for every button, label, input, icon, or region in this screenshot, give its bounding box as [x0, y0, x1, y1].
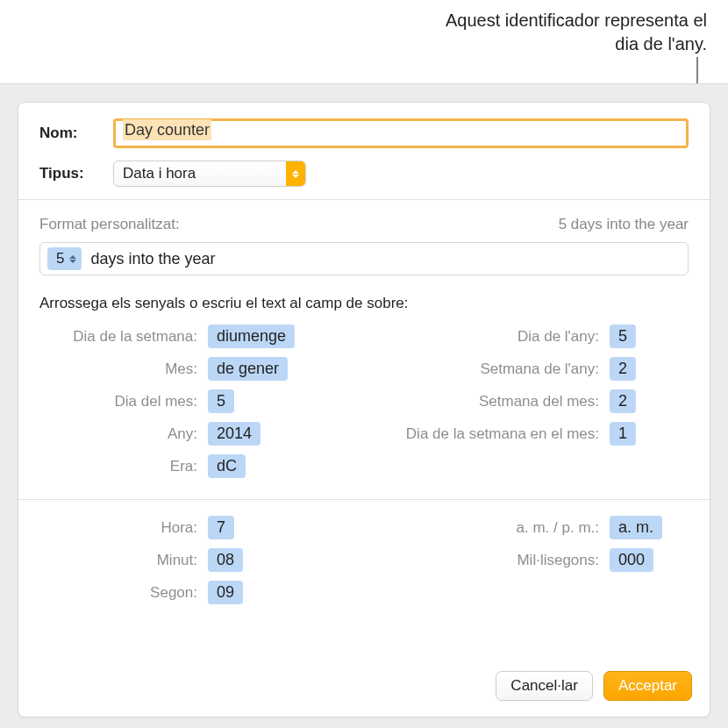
- draggable-token[interactable]: 2: [610, 389, 636, 413]
- name-input[interactable]: Day counter: [113, 118, 689, 148]
- draggable-token[interactable]: 09: [208, 581, 243, 604]
- draggable-token[interactable]: 000: [610, 548, 653, 572]
- callout-text: Aquest identificador representa el dia d…: [418, 9, 707, 56]
- token-row: Mes:de gener: [39, 357, 359, 381]
- chevron-updown-icon: [69, 255, 76, 263]
- token-label: Dia de l'any:: [369, 328, 599, 346]
- token-label: Any:: [39, 425, 197, 443]
- draggable-token[interactable]: diumenge: [208, 325, 295, 348]
- token-row: Segon:09: [39, 581, 359, 604]
- token-row: Dia de la setmana en el mes:1: [369, 422, 689, 446]
- token-label: Dia de la setmana en el mes:: [369, 425, 599, 443]
- token-label: Dia del mes:: [39, 393, 197, 410]
- draggable-token[interactable]: a. m.: [610, 516, 662, 539]
- dialog-footer: Cancel·lar Acceptar: [18, 659, 710, 717]
- token-row: Era:dC: [39, 454, 359, 478]
- draggable-token[interactable]: 5: [208, 389, 234, 413]
- token-label: Mil·lisegons:: [369, 552, 599, 569]
- format-header-label: Format personalitzat:: [39, 216, 180, 233]
- instruction-text: Arrossega els senyals o escriu el text a…: [39, 295, 689, 312]
- token-label: Segon:: [39, 584, 197, 602]
- token-row: Dia del mes:5: [39, 389, 359, 413]
- token-row: Setmana del mes:2: [369, 389, 689, 413]
- type-select[interactable]: Data i hora: [113, 161, 306, 187]
- draggable-token[interactable]: 2: [610, 357, 636, 381]
- draggable-token[interactable]: dC: [208, 454, 246, 478]
- token-label: Mes:: [39, 360, 197, 378]
- token-row: Any:2014: [39, 422, 359, 446]
- draggable-token[interactable]: 2014: [208, 422, 261, 446]
- dialog-backdrop: Nom: Day counter Tipus: Data i hora Form…: [0, 83, 728, 728]
- format-token-day-of-year[interactable]: 5: [47, 247, 82, 270]
- time-tokens-grid: Hora:7Minut:08Segon:09 a. m. / p. m.:a. …: [39, 516, 689, 613]
- token-row: Dia de l'any:5: [369, 325, 689, 348]
- date-tokens-grid: Dia de la setmana:diumengeMes:de generDi…: [39, 325, 689, 487]
- draggable-token[interactable]: 5: [610, 325, 636, 348]
- draggable-token[interactable]: 7: [208, 516, 234, 539]
- chevron-updown-icon: [286, 161, 305, 186]
- token-label: Minut:: [39, 552, 197, 569]
- token-label: Setmana de l'any:: [369, 360, 599, 378]
- format-token-value: 5: [56, 250, 64, 268]
- type-label: Tipus:: [39, 165, 108, 182]
- token-label: Dia de la setmana:: [39, 328, 197, 346]
- token-label: Era:: [39, 458, 197, 475]
- draggable-token[interactable]: 1: [610, 422, 636, 446]
- cancel-button[interactable]: Cancel·lar: [496, 671, 593, 701]
- format-preview: 5 days into the year: [559, 216, 689, 233]
- token-row: Setmana de l'any:2: [369, 357, 689, 381]
- token-row: Minut:08: [39, 548, 359, 572]
- format-dialog: Nom: Day counter Tipus: Data i hora Form…: [18, 102, 710, 717]
- name-label: Nom:: [39, 125, 108, 142]
- token-row: Hora:7: [39, 516, 359, 539]
- accept-button[interactable]: Acceptar: [603, 671, 692, 701]
- format-builder-field[interactable]: 5 days into the year: [39, 242, 689, 275]
- token-label: Setmana del mes:: [369, 393, 599, 410]
- token-row: Mil·lisegons:000: [369, 548, 689, 572]
- token-label: Hora:: [39, 519, 197, 537]
- token-row: a. m. / p. m.:a. m.: [369, 516, 689, 539]
- format-text-after: days into the year: [90, 250, 215, 268]
- token-label: a. m. / p. m.:: [369, 519, 599, 537]
- name-input-value: Day counter: [123, 119, 211, 140]
- draggable-token[interactable]: 08: [208, 548, 243, 572]
- draggable-token[interactable]: de gener: [208, 357, 288, 381]
- token-row: Dia de la setmana:diumenge: [39, 325, 359, 348]
- type-select-value: Data i hora: [123, 165, 196, 182]
